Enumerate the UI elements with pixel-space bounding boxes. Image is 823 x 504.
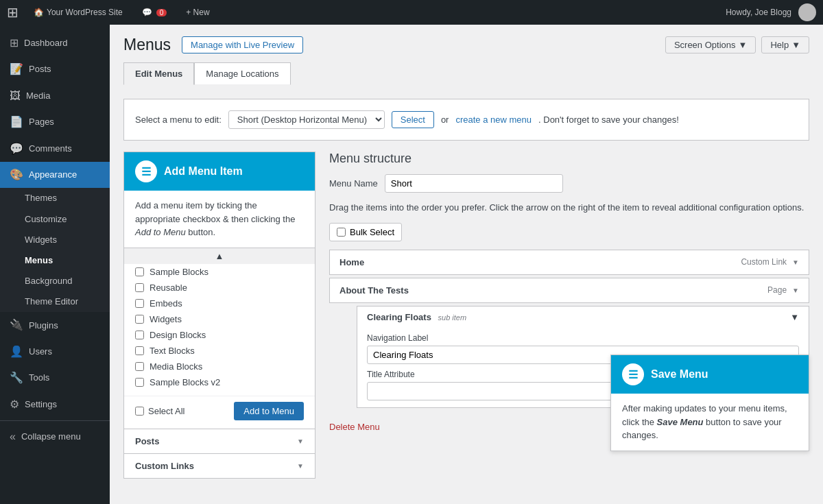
checkbox-embeds[interactable] <box>135 299 144 308</box>
sub-item-label: Clearing Floats <box>367 312 431 322</box>
sub-item-type: sub item <box>438 313 467 322</box>
sidebar-item-themes[interactable]: Themes <box>25 188 110 208</box>
sub-item-header: Clearing Floats sub item ▼ <box>357 307 809 328</box>
sidebar-item-media[interactable]: 🖼 Media <box>0 83 110 109</box>
menu-icon-symbol: ☰ <box>141 165 151 178</box>
accordion-posts: Posts ▼ <box>124 429 315 453</box>
menu-item-about-label: About The Tests <box>339 285 409 296</box>
menu-name-input[interactable] <box>385 174 563 193</box>
checkbox-text-blocks[interactable] <box>135 346 144 355</box>
sidebar-item-menus[interactable]: Menus <box>25 250 110 271</box>
checklist-item-label: Sample Blocks v2 <box>150 377 220 387</box>
checklist-item-sample-blocks-v2: Sample Blocks v2 <box>135 374 304 390</box>
select-menu-row: Select a menu to edit: Short (Desktop Ho… <box>135 110 798 129</box>
select-all-checkbox[interactable] <box>135 407 144 416</box>
sidebar-item-label: Tools <box>29 372 49 384</box>
sidebar-item-dashboard[interactable]: ⊞ Dashboard <box>0 30 110 56</box>
checkbox-widgets[interactable] <box>135 315 144 324</box>
collapse-menu-button[interactable]: « Collapse menu <box>0 424 110 450</box>
scroll-up-arrow[interactable]: ▲ <box>124 248 315 264</box>
sidebar-item-label: Media <box>26 90 50 102</box>
checklist-item-sample-blocks: Sample Blocks <box>135 264 304 280</box>
accordion-posts-arrow: ▼ <box>297 437 304 445</box>
sidebar-item-background[interactable]: Background <box>25 271 110 291</box>
live-preview-button[interactable]: Manage with Live Preview <box>182 36 303 53</box>
sidebar-item-plugins[interactable]: 🔌 Plugins <box>0 312 110 338</box>
tab-manage-locations[interactable]: Manage Locations <box>194 62 290 85</box>
bulk-select-button[interactable]: Bulk Select <box>329 223 402 241</box>
help-button[interactable]: Help ▼ <box>761 36 809 53</box>
sidebar-item-tools[interactable]: 🔧 Tools <box>0 365 110 391</box>
sidebar-item-comments[interactable]: 💬 Comments <box>0 136 110 162</box>
sidebar-item-users[interactable]: 👤 Users <box>0 339 110 365</box>
menu-name-label: Menu Name <box>329 178 378 189</box>
checkbox-list: Sample Blocks Reusable Embeds <box>124 264 315 396</box>
nav-label-title: Navigation Label <box>367 333 799 343</box>
select-menu-label: Select a menu to edit: <box>135 115 222 125</box>
sidebar-item-appearance[interactable]: 🎨 Appearance <box>0 162 110 188</box>
select-all-label[interactable]: Select All <box>135 406 184 416</box>
checklist-item-widgets: Widgets <box>135 311 304 327</box>
appearance-submenu: Themes Customize Widgets Menus Backgroun… <box>0 188 110 312</box>
menu-item-about-right: Page ▼ <box>767 285 799 295</box>
sidebar-item-label: Settings <box>25 398 57 411</box>
delete-menu-link[interactable]: Delete Menu <box>329 422 380 432</box>
sidebar-item-label: Appearance <box>29 169 77 181</box>
sidebar-divider <box>0 420 110 421</box>
new-content-button[interactable]: + New <box>182 6 213 19</box>
add-menu-title: Add Menu Item <box>164 165 243 178</box>
avatar <box>798 3 816 21</box>
checklist-item-reusable: Reusable <box>135 280 304 296</box>
checklist-actions: Select All Add to Menu <box>124 396 315 429</box>
dashboard-icon: ⊞ <box>10 36 19 51</box>
sidebar-item-customize[interactable]: Customize <box>25 209 110 230</box>
sidebar-item-label: Posts <box>29 63 51 75</box>
accordion-custom-links-arrow: ▼ <box>297 462 304 470</box>
sidebar-item-widgets[interactable]: Widgets <box>25 230 110 250</box>
pages-icon: 📄 <box>10 115 23 130</box>
settings-icon: ⚙ <box>10 397 19 412</box>
accordion-custom-links: Custom Links ▼ <box>124 453 315 478</box>
accordion-custom-links-header[interactable]: Custom Links ▼ <box>124 454 315 478</box>
sidebar-item-pages[interactable]: 📄 Pages <box>0 109 110 135</box>
checkbox-sample-blocks[interactable] <box>135 267 144 276</box>
site-name[interactable]: 🏠 Your WordPress Site <box>29 6 127 19</box>
checkbox-sample-blocks-v2[interactable] <box>135 378 144 387</box>
checkbox-design-blocks[interactable] <box>135 331 144 339</box>
add-menu-panel: ☰ Add Menu Item Add a menu item by ticki… <box>123 152 315 479</box>
sidebar-item-theme-editor[interactable]: Theme Editor <box>25 291 110 312</box>
menu-item-home: Home Custom Link ▼ <box>329 250 809 275</box>
reminder-text: . Don't forget to save your changes! <box>538 115 679 125</box>
menu-item-home-label: Home <box>339 257 364 267</box>
comments-link[interactable]: 💬 0 <box>138 6 171 19</box>
sidebar-item-label: Users <box>29 346 52 358</box>
select-button[interactable]: Select <box>392 111 434 128</box>
checklist-item-label: Widgets <box>150 314 182 324</box>
sub-item-chevron[interactable]: ▼ <box>790 312 799 322</box>
checklist-item-label: Design Blocks <box>150 330 206 340</box>
tab-edit-menus[interactable]: Edit Menus <box>123 62 194 85</box>
sidebar-item-settings[interactable]: ⚙ Settings <box>0 392 110 418</box>
sidebar-item-label: Comments <box>29 143 72 155</box>
menu-item-about: About The Tests Page ▼ <box>329 278 809 303</box>
wp-logo-icon[interactable]: ⊞ <box>7 4 19 21</box>
checkbox-media-blocks[interactable] <box>135 362 144 371</box>
wp-admin-layout: ⊞ Dashboard 📝 Posts 🖼 Media 📄 Pages 💬 Co… <box>0 25 823 504</box>
menu-select-dropdown[interactable]: Short (Desktop Horizontal Menu) <box>228 110 385 129</box>
screen-options-button[interactable]: Screen Options ▼ <box>665 36 756 53</box>
sidebar-item-posts[interactable]: 📝 Posts <box>0 56 110 82</box>
menu-item-home-type: Custom Link <box>741 257 787 267</box>
checkbox-reusable[interactable] <box>135 283 144 292</box>
create-new-menu-link[interactable]: create a new menu <box>455 115 532 125</box>
accordion-posts-header[interactable]: Posts ▼ <box>124 429 315 453</box>
add-to-menu-button[interactable]: Add to Menu <box>234 402 304 420</box>
menu-name-row: Menu Name <box>329 174 809 193</box>
save-menu-tooltip: ☰ Save Menu After making updates to your… <box>610 355 809 451</box>
menu-structure-title: Menu structure <box>329 152 809 166</box>
checklist-item-label: Media Blocks <box>150 361 202 372</box>
menu-item-about-chevron[interactable]: ▼ <box>792 287 799 294</box>
right-column: Menu structure Menu Name Drag the items … <box>329 152 809 479</box>
bulk-select-checkbox[interactable] <box>337 228 346 237</box>
menu-item-home-chevron[interactable]: ▼ <box>792 259 799 266</box>
two-col-layout: ☰ Add Menu Item Add a menu item by ticki… <box>123 152 809 479</box>
